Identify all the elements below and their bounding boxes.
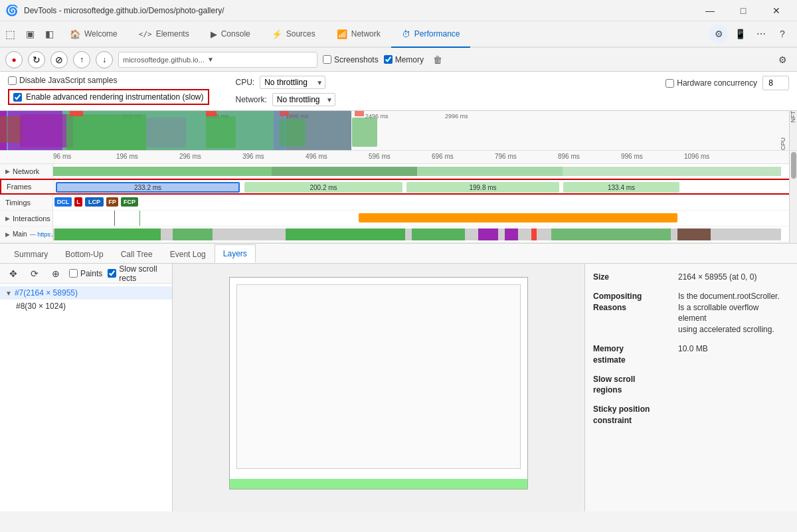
interactions-expand[interactable]: ▶ (5, 215, 10, 222)
hardware-value-input[interactable] (762, 76, 789, 90)
tab-call-tree[interactable]: Call Tree (112, 244, 161, 263)
reset-button[interactable]: ⊕ (48, 264, 64, 283)
frame-1-highlighted[interactable]: 233.2 ms (56, 182, 240, 193)
tab-sources-label: Sources (286, 29, 315, 39)
tab-performance[interactable]: ⏱ Performance (391, 21, 471, 48)
close-button[interactable]: ✕ (761, 0, 792, 21)
frame-2[interactable]: 200.2 ms (244, 182, 402, 193)
hardware-row: Hardware concurrency (665, 76, 789, 90)
tab-network[interactable]: 📶 Network (326, 21, 391, 48)
title-bar-text: DevTools - microsoftedge.github.io/Demos… (24, 6, 689, 15)
tab-event-log[interactable]: Event Log (161, 244, 215, 263)
cpu-throttle-select[interactable]: No throttling 2x slowdown 4x slowdown 6x… (260, 76, 325, 89)
tab-summary[interactable]: Summary (5, 244, 56, 263)
nft-text: NFT (790, 111, 796, 126)
network-throttle-select[interactable]: No throttling Fast 3G Slow 3G (272, 93, 335, 106)
download-button[interactable]: ↓ (96, 51, 113, 68)
record-button[interactable]: ● (5, 51, 23, 68)
help-button[interactable]: ? (773, 25, 792, 43)
timings-content: DCL L LCP FP FCP (53, 195, 797, 210)
main-content (53, 226, 797, 242)
url-dropdown-icon: ▼ (207, 56, 214, 63)
main-task3 (286, 228, 405, 240)
paints-checkbox-label[interactable]: Paints (69, 269, 102, 278)
title-bar-controls: — □ ✕ (695, 0, 792, 21)
refresh-button[interactable]: ↻ (28, 51, 45, 68)
devtools-tab-bar: ⬚ ▣ ◧ 🏠 Welcome </> Elements ▶ Console ⚡… (0, 21, 797, 48)
gpu-label: ▶ GPU (0, 242, 53, 244)
clear-button[interactable]: ⊘ (50, 51, 68, 68)
timeline-area: CPU NFT 496 ms 996 ms 1496 ms 1996 ms 24… (0, 111, 797, 244)
tab-layers[interactable]: Layers (215, 244, 256, 263)
more-button[interactable]: ⋯ (752, 25, 770, 43)
minimap-blob7 (352, 118, 377, 147)
paints-checkbox[interactable] (69, 269, 78, 278)
memory-info-row: Memory estimate 10.0 MB (593, 343, 789, 366)
network-expand[interactable]: ▶ (5, 168, 10, 175)
screenshots-checkbox[interactable] (323, 55, 331, 64)
main-purple2 (505, 228, 518, 240)
settings-button[interactable]: ⚙ (709, 25, 728, 43)
tick-396: 396 ms (242, 153, 264, 160)
interactions-row: ▶ Interactions (0, 211, 797, 226)
device-button[interactable]: 📱 (731, 25, 749, 43)
pan-button[interactable]: ✥ (5, 264, 21, 283)
devtools-toolbar-icon3[interactable]: ◧ (40, 21, 59, 48)
tab-elements[interactable]: </> Elements (128, 21, 200, 48)
disable-js-samples-checkbox[interactable] (8, 76, 17, 85)
hardware-checkbox[interactable] (665, 79, 674, 88)
frame-4[interactable]: 133.4 ms (563, 182, 679, 193)
sticky-label: Sticky position constraint (593, 404, 673, 426)
minimize-button[interactable]: — (695, 0, 725, 21)
upload-button[interactable]: ↑ (73, 51, 90, 68)
settings-gear-icon[interactable]: ⚙ (773, 50, 792, 69)
tab-welcome[interactable]: 🏠 Welcome (59, 21, 128, 48)
advanced-rendering-checkbox[interactable] (13, 93, 22, 102)
main-purple1 (478, 228, 498, 240)
settings-area: Disable JavaScript samples Enable advanc… (0, 72, 797, 111)
minimap-red2 (206, 111, 217, 116)
tab-bottom-up[interactable]: Bottom-Up (56, 244, 112, 263)
memory-estimate-label: Memory estimate (593, 343, 673, 366)
tab-sources[interactable]: ⚡ Sources (261, 21, 326, 48)
screenshots-checkbox-label[interactable]: Screenshots (323, 55, 379, 64)
devtools-toolbar-icon[interactable]: ⬚ (0, 21, 21, 48)
rotate-button[interactable]: ⟳ (27, 264, 43, 283)
devtools-toolbar-icon2[interactable]: ▣ (21, 21, 40, 48)
layer-preview (229, 277, 528, 489)
memory-label: Memory (395, 55, 424, 64)
scrollbar-thumb (791, 152, 796, 179)
cpu-throttle-wrap: No throttling 2x slowdown 4x slowdown 6x… (260, 76, 325, 89)
frame-3[interactable]: 199.8 ms (406, 182, 559, 193)
frame-4-label: 133.4 ms (608, 184, 635, 191)
main-expand[interactable]: ▶ (5, 231, 10, 238)
delete-button[interactable]: 🗑 (429, 51, 446, 68)
memory-checkbox-label[interactable]: Memory (384, 55, 424, 64)
network-content (53, 164, 797, 178)
browser-icon: 🌀 (5, 4, 19, 17)
slow-scroll-checkbox-label[interactable]: Slow scroll rects (108, 264, 167, 283)
layer-7-expand-icon: ▼ (5, 290, 12, 297)
frames-label-text: Frames (7, 183, 31, 191)
layer-item-7[interactable]: ▼ #7(2164 × 58955) (0, 286, 172, 300)
memory-checkbox[interactable] (384, 55, 393, 64)
hardware-checkbox-label[interactable]: Hardware concurrency (665, 78, 757, 88)
size-value: 2164 × 58955 (at 0, 0) (678, 272, 756, 283)
timings-label-text: Timings (5, 199, 31, 207)
maximize-button[interactable]: □ (728, 0, 758, 21)
tab-console[interactable]: ▶ Console (200, 21, 261, 48)
main-url: — https://... (30, 231, 52, 238)
timeline-scrollbar[interactable] (789, 151, 797, 243)
performance-icon: ⏱ (402, 29, 410, 39)
settings-left: Disable JavaScript samples Enable advanc… (8, 76, 209, 105)
layer-item-8[interactable]: #8(30 × 1024) (0, 300, 172, 313)
disable-js-samples-label[interactable]: Disable JavaScript samples (8, 76, 209, 85)
advanced-rendering-text: Enable advanced rendering instrumentatio… (26, 92, 204, 102)
advanced-rendering-box: Enable advanced rendering instrumentatio… (8, 89, 209, 105)
timing-dcl: DCL (54, 197, 72, 207)
network-label: ▶ Network (0, 164, 53, 178)
cpu-sidebar: CPU (780, 111, 789, 150)
slow-scroll-checkbox[interactable] (108, 269, 116, 278)
url-bar: microsoftedge.github.io... ▼ (118, 52, 317, 68)
timing-fp: FP (106, 197, 118, 207)
